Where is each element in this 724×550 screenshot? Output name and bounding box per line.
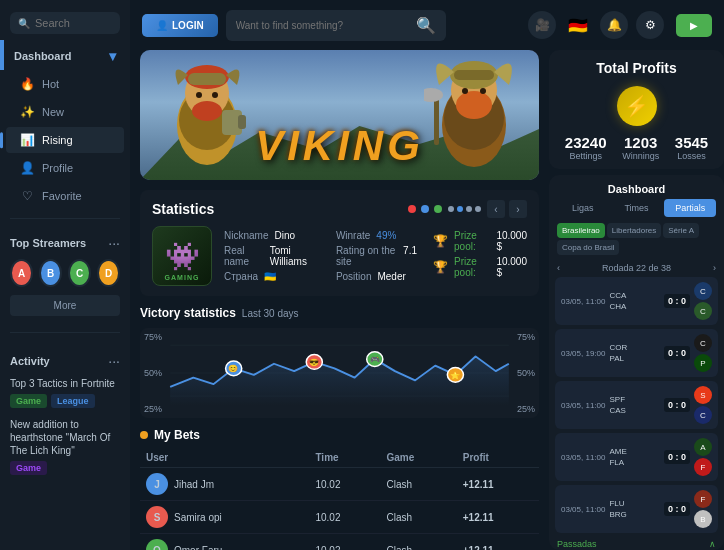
match-score-center: 0 : 0 xyxy=(664,502,690,516)
col-profit: Profit xyxy=(457,448,539,468)
settings-gear-btn[interactable]: ⚙ xyxy=(636,11,664,39)
tab-partials[interactable]: Partials xyxy=(664,199,716,217)
streamers-more-dots[interactable]: ··· xyxy=(108,235,120,251)
sidebar-search-box[interactable]: 🔍 xyxy=(10,12,120,34)
round-arrow-prev[interactable]: ‹ xyxy=(557,263,560,273)
svg-point-13 xyxy=(456,91,492,119)
streamers-header: Top Streamers ··· xyxy=(10,235,120,251)
nickname-row: Nickname Dino xyxy=(224,230,320,241)
match-score: 0 : 0 xyxy=(664,398,690,412)
activity-more-dots[interactable]: ··· xyxy=(108,353,120,369)
team-abbr-right: PAL xyxy=(609,354,660,363)
sidebar-item-favorite[interactable]: ♡ Favorite xyxy=(6,183,124,209)
svg-point-17 xyxy=(480,88,486,94)
chart-labels-left: 75% 50% 25% xyxy=(140,328,166,418)
language-flag[interactable]: 🇩🇪 xyxy=(564,11,592,39)
activity-title-text: New addition to hearthstone "March Of Th… xyxy=(10,418,120,457)
nickname-value: Dino xyxy=(274,230,295,241)
avatar[interactable]: D xyxy=(97,259,120,287)
sidebar-item-new[interactable]: ✨ New xyxy=(6,99,124,125)
passadas-chevron[interactable]: ∧ xyxy=(709,539,716,549)
league-tab-libertadores[interactable]: Libertadores xyxy=(607,223,661,238)
match-time: 03/05, 11:00 xyxy=(561,297,605,306)
sports-tabs: Ligas Times Partials xyxy=(557,199,716,217)
avatar[interactable]: A xyxy=(10,259,33,287)
tab-times[interactable]: Times xyxy=(611,199,663,217)
topbar-search-bar[interactable]: 🔍 xyxy=(226,10,446,41)
chart-labels-right: 75% 50% 25% xyxy=(513,328,539,418)
match-row[interactable]: 03/05, 11:00 CCA CHA 0 : 0 C C xyxy=(555,277,718,325)
content-area: VIKING Statistics xyxy=(130,50,724,550)
round-arrow-next[interactable]: › xyxy=(713,263,716,273)
country-value: 🇺🇦 xyxy=(264,271,276,282)
match-teams: FLU BRG xyxy=(609,499,660,519)
svg-text:😎: 😎 xyxy=(309,357,319,367)
team-abbr-left: COR xyxy=(609,343,660,352)
sidebar-item-hot[interactable]: 🔥 Hot xyxy=(6,71,124,97)
rating-label: Rating on the site xyxy=(336,245,397,267)
sidebar-item-profile[interactable]: 👤 Profile xyxy=(6,155,124,181)
team-abbr-left: FLU xyxy=(609,499,660,508)
tab-ligas[interactable]: Ligas xyxy=(557,199,609,217)
profits-title: Total Profits xyxy=(559,60,714,76)
avatar[interactable]: C xyxy=(68,259,91,287)
avatar[interactable]: B xyxy=(39,259,62,287)
topbar-search-input[interactable] xyxy=(236,20,410,31)
svg-rect-4 xyxy=(188,73,226,85)
hero-banner: VIKING xyxy=(140,50,539,180)
bet-profit: +12.11 xyxy=(457,534,539,551)
table-row: S Samira opi 10.02 Clash +12.11 xyxy=(140,501,539,534)
green-action-button[interactable]: ▶ xyxy=(676,14,712,37)
sidebar-item-rising[interactable]: 📊 Rising xyxy=(6,127,124,153)
team-logo-1: S xyxy=(694,386,712,404)
svg-point-5 xyxy=(196,92,202,98)
match-teams: CCA CHA xyxy=(609,291,660,311)
team-logo-1: F xyxy=(694,490,712,508)
match-row[interactable]: 03/05, 11:00 FLU BRG 0 : 0 F B xyxy=(555,485,718,533)
stats-info: Nickname Dino Real name Tomi Williams Ст… xyxy=(224,230,527,282)
match-row[interactable]: 03/05, 19:00 COR PAL 0 : 0 C P xyxy=(555,329,718,377)
notification-bell-btn[interactable]: 🔔 xyxy=(600,11,628,39)
video-icon-btn[interactable]: 🎥 xyxy=(528,11,556,39)
league-tab-brasileirao[interactable]: Brasileirao xyxy=(557,223,605,238)
sidebar-divider xyxy=(10,218,120,219)
position-row: Position Meder xyxy=(336,271,417,282)
round-label: ‹ Rodada 22 de 38 › xyxy=(555,259,718,277)
topbar-icons: 🎥 🇩🇪 🔔 ⚙ ▶ xyxy=(528,11,712,39)
matches-scroll[interactable]: ‹ Rodada 22 de 38 › 03/05, 11:00 CCA CHA… xyxy=(549,259,724,550)
prev-arrow-button[interactable]: ‹ xyxy=(487,200,505,218)
passadas-label: Passadas ∧ xyxy=(555,537,718,550)
league-tab-serie-a[interactable]: Série A xyxy=(663,223,699,238)
hero-character-right xyxy=(424,50,524,180)
topbar-search-icon: 🔍 xyxy=(416,16,436,35)
trophy-icon-2: 🏆 xyxy=(433,260,448,274)
bets-table-body: J Jihad Jm 10.02 Clash +12.11 S Samira o… xyxy=(140,468,539,551)
statistics-header: Statistics xyxy=(152,200,527,218)
more-streamers-button[interactable]: More xyxy=(10,295,120,316)
svg-point-19 xyxy=(424,88,443,102)
sports-card: Dashboard Ligas Times Partials Brasileir… xyxy=(549,175,724,550)
sidebar-search-input[interactable] xyxy=(35,17,112,29)
center-panel: VIKING Statistics xyxy=(130,50,549,550)
victory-title: Victory statistics xyxy=(140,306,236,320)
match-row[interactable]: 03/05, 11:00 SPF CAS 0 : 0 S C xyxy=(555,381,718,429)
chart-area: 75% 50% 25% 75% 50% 25% xyxy=(140,328,539,418)
match-time: 03/05, 11:00 xyxy=(561,453,605,462)
bets-table-header-row: User Time Game Profit xyxy=(140,448,539,468)
profits-icon-circle: ⚡ xyxy=(617,86,657,126)
match-time: 03/05, 19:00 xyxy=(561,349,605,358)
topbar: 👤 LOGIN 🔍 🎥 🇩🇪 🔔 ⚙ ▶ xyxy=(130,0,724,50)
next-arrow-button[interactable]: › xyxy=(509,200,527,218)
navigation-arrows: ‹ › xyxy=(487,200,527,218)
sidebar-item-hot-label: Hot xyxy=(42,78,59,90)
match-row[interactable]: 03/05, 11:00 AME FLA 0 : 0 A F xyxy=(555,433,718,481)
login-button[interactable]: 👤 LOGIN xyxy=(142,14,218,37)
chart-label-50: 50% xyxy=(144,368,162,378)
league-tab-copa[interactable]: Copa do Brasil xyxy=(557,240,619,255)
statistics-title: Statistics xyxy=(152,201,214,217)
profits-card: Total Profits ⚡ 23240 Bettings 1203 Winn… xyxy=(549,50,724,169)
bets-dot-indicator xyxy=(140,431,148,439)
bet-user-cell: O Omor Faru xyxy=(140,534,309,551)
team-logo-2: C xyxy=(694,302,712,320)
dashboard-expand-icon[interactable]: ▾ xyxy=(109,48,116,64)
